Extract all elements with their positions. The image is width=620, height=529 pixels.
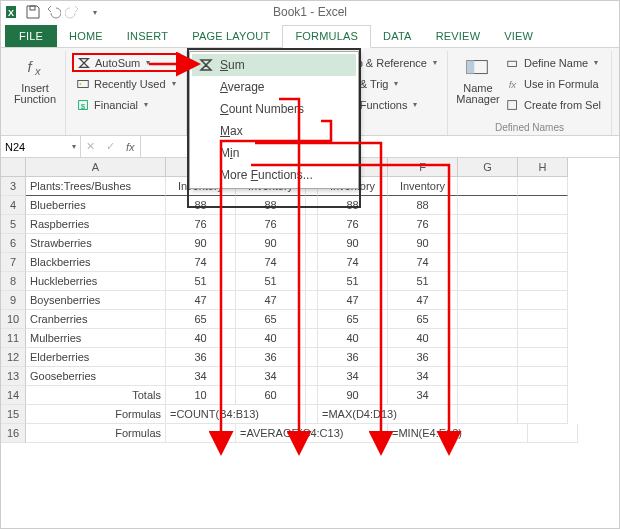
cancel-icon[interactable]: ✕ — [86, 140, 95, 153]
cell[interactable] — [306, 253, 318, 272]
cell[interactable]: 65 — [388, 310, 458, 329]
autosum-button[interactable]: AutoSum▾ — [72, 53, 180, 72]
fx-icon[interactable]: fx — [126, 141, 135, 153]
cell[interactable]: Elderberries — [26, 348, 166, 367]
menu-item-min[interactable]: Min — [192, 142, 356, 164]
cell[interactable]: 65 — [166, 310, 236, 329]
cell[interactable]: 47 — [236, 291, 306, 310]
cell[interactable] — [518, 367, 568, 386]
cell[interactable]: Blueberries — [26, 196, 166, 215]
tab-view[interactable]: VIEW — [492, 26, 545, 47]
qat-customize-icon[interactable]: ▾ — [87, 4, 103, 20]
row-header-6[interactable]: 6 — [1, 234, 26, 253]
cell[interactable] — [458, 253, 518, 272]
cell[interactable]: Inventory — [388, 177, 458, 196]
cell[interactable] — [306, 310, 318, 329]
cell[interactable] — [458, 196, 518, 215]
cell[interactable] — [458, 405, 518, 424]
cell[interactable] — [458, 348, 518, 367]
tab-page-layout[interactable]: PAGE LAYOUT — [180, 26, 282, 47]
row-header-16[interactable]: 16 — [1, 424, 26, 443]
tab-home[interactable]: HOME — [57, 26, 115, 47]
cell[interactable]: 74 — [166, 253, 236, 272]
cell[interactable]: =AVERAGE(C4:C13) — [236, 424, 388, 443]
lookup-reference-button[interactable]: up & Reference▾ — [347, 53, 441, 72]
cell[interactable]: 47 — [388, 291, 458, 310]
cell[interactable]: 76 — [166, 215, 236, 234]
cell[interactable]: Cranberries — [26, 310, 166, 329]
cell[interactable]: Plants:Trees/Bushes — [26, 177, 166, 196]
cell[interactable]: 88 — [236, 196, 306, 215]
cell[interactable]: 36 — [318, 348, 388, 367]
cell[interactable] — [458, 329, 518, 348]
cell[interactable]: 34 — [236, 367, 306, 386]
col-header-a[interactable]: A — [26, 158, 166, 177]
tab-review[interactable]: REVIEW — [424, 26, 493, 47]
cell[interactable]: 60 — [236, 386, 306, 405]
cell[interactable] — [518, 348, 568, 367]
cell[interactable]: 36 — [236, 348, 306, 367]
cell[interactable]: 88 — [388, 196, 458, 215]
cell[interactable]: 40 — [388, 329, 458, 348]
cell[interactable] — [306, 196, 318, 215]
cell[interactable]: 47 — [318, 291, 388, 310]
cell[interactable]: 90 — [166, 234, 236, 253]
cell[interactable] — [306, 367, 318, 386]
cell[interactable] — [518, 196, 568, 215]
cell[interactable]: 51 — [236, 272, 306, 291]
cell[interactable] — [518, 215, 568, 234]
row-header-13[interactable]: 13 — [1, 367, 26, 386]
cell[interactable]: Totals — [26, 386, 166, 405]
cell[interactable]: 36 — [388, 348, 458, 367]
undo-icon[interactable] — [45, 4, 61, 20]
create-from-selection-button[interactable]: Create from Sel — [502, 95, 605, 114]
use-in-formula-button[interactable]: fx Use in Formula — [502, 74, 605, 93]
cell[interactable]: 65 — [236, 310, 306, 329]
cell[interactable]: 34 — [318, 367, 388, 386]
cell[interactable]: 10 — [166, 386, 236, 405]
cell[interactable] — [458, 367, 518, 386]
cell[interactable]: 34 — [388, 367, 458, 386]
cell[interactable]: Formulas — [26, 424, 166, 443]
cell[interactable] — [458, 386, 518, 405]
cell[interactable]: =MIN(E4:E13) — [388, 424, 528, 443]
cell[interactable]: 51 — [166, 272, 236, 291]
cell[interactable]: Formulas — [26, 405, 166, 424]
cell[interactable] — [518, 253, 568, 272]
cells-area[interactable]: Plants:Trees/BushesInventoryInventoryInv… — [26, 177, 578, 443]
cell[interactable]: 90 — [236, 234, 306, 253]
cell[interactable]: 34 — [166, 367, 236, 386]
menu-item-count[interactable]: Count Numbers — [192, 98, 356, 120]
cell[interactable]: =MAX(D4:D13) — [318, 405, 458, 424]
name-box-input[interactable] — [5, 141, 70, 153]
cell[interactable] — [518, 272, 568, 291]
cell[interactable]: Strawberries — [26, 234, 166, 253]
menu-item-more-functions[interactable]: More Functions... — [192, 164, 356, 186]
cell[interactable]: Blackberries — [26, 253, 166, 272]
row-header-8[interactable]: 8 — [1, 272, 26, 291]
row-header-3[interactable]: 3 — [1, 177, 26, 196]
cell[interactable]: Mulberries — [26, 329, 166, 348]
cell[interactable]: 76 — [236, 215, 306, 234]
cell[interactable]: 40 — [166, 329, 236, 348]
col-header-f[interactable]: F — [388, 158, 458, 177]
row-header-10[interactable]: 10 — [1, 310, 26, 329]
cell[interactable] — [518, 177, 568, 196]
cell[interactable] — [306, 215, 318, 234]
cell[interactable]: 34 — [388, 386, 458, 405]
cell[interactable] — [518, 291, 568, 310]
cell[interactable]: Huckleberries — [26, 272, 166, 291]
row-header-7[interactable]: 7 — [1, 253, 26, 272]
cell[interactable]: 65 — [318, 310, 388, 329]
cell[interactable]: 90 — [318, 386, 388, 405]
cell[interactable]: 51 — [388, 272, 458, 291]
tab-insert[interactable]: INSERT — [115, 26, 180, 47]
row-header-4[interactable]: 4 — [1, 196, 26, 215]
financial-button[interactable]: $ Financial▾ — [72, 95, 180, 114]
cell[interactable]: 90 — [318, 234, 388, 253]
cell[interactable] — [528, 424, 578, 443]
cell[interactable]: 74 — [236, 253, 306, 272]
cell[interactable]: 51 — [318, 272, 388, 291]
cell[interactable] — [518, 405, 568, 424]
name-box-dropdown-icon[interactable]: ▾ — [72, 142, 76, 151]
